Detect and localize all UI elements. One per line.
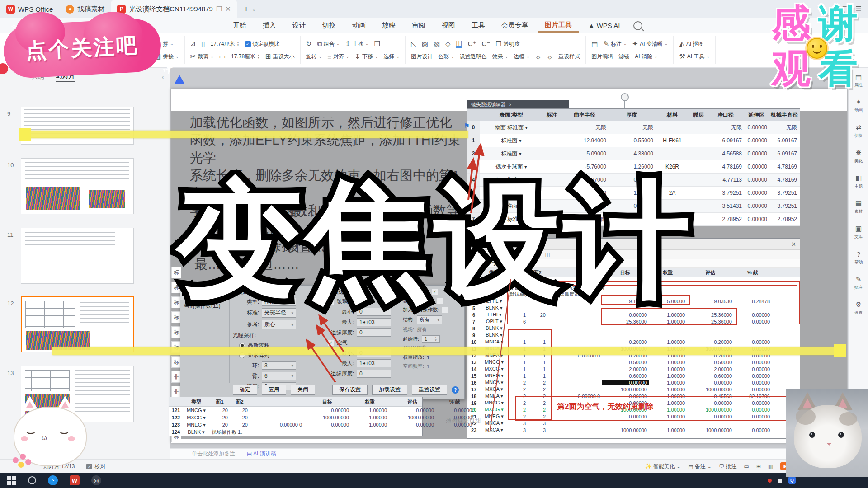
- sidebar-item-动画[interactable]: ✦动画: [849, 93, 868, 118]
- glass-checkbox[interactable]: ✓: [328, 299, 334, 305]
- air-edge-input[interactable]: 0: [357, 370, 391, 378]
- operand-type[interactable]: MXCA ▾: [481, 427, 508, 433]
- chevron-down-icon[interactable]: ⌄: [654, 54, 658, 59]
- field-select[interactable]: 所有: [417, 326, 427, 333]
- operand-type[interactable]: MNCA ▾: [481, 339, 508, 345]
- sidebar-item-帮助[interactable]: ?帮助: [849, 245, 868, 270]
- lens-table-row[interactable]: 3偶次非球面 ▾-5.760001.26000K26R4.781690.0000…: [467, 160, 800, 174]
- merit-title-bar[interactable]: 评价函数编辑器 ✕: [467, 239, 800, 250]
- mini-merit-row[interactable]: 123MNEG ▾20200.00000 00.000001.000000.00…: [169, 421, 422, 428]
- ribbon-tab-动画[interactable]: 动画: [345, 19, 373, 32]
- glass-max-input[interactable]: 1e+03: [357, 318, 391, 326]
- chevron-down-icon[interactable]: ⌄: [623, 42, 627, 46]
- ribbon-tab-设计[interactable]: 设计: [285, 19, 313, 32]
- operand-type[interactable]: BLNK ▾: [183, 429, 210, 435]
- toolbar-item-设置透明色[interactable]: 设置透明色: [460, 53, 487, 61]
- chevron-down-icon[interactable]: ⌄: [319, 54, 322, 59]
- criterion-select[interactable]: 光斑半径▾: [262, 308, 296, 318]
- toolbar-item-AI 抠图[interactable]: ◭AI 抠图: [679, 40, 703, 48]
- sidebar-item-切换[interactable]: ⇄切换: [849, 118, 868, 144]
- operand-type[interactable]: MXCG ▾: [481, 407, 508, 413]
- toolbar-item-图片编辑[interactable]: 图片编辑: [591, 53, 613, 61]
- mini-merit-row[interactable]: 122MXCG ▾20201000.000001.000001000.00000…: [169, 414, 422, 421]
- sidebar-item-批注[interactable]: ✎批注: [849, 270, 868, 296]
- help-icon[interactable]: ?: [452, 386, 459, 394]
- toolbar-item-17.74厘米[interactable]: 17.74厘米▲▼: [211, 40, 240, 48]
- ribbon-tab-开始[interactable]: 开始: [226, 19, 254, 32]
- air-max-input[interactable]: 1e+03: [357, 359, 391, 367]
- operand-type[interactable]: MNEA ▾: [481, 393, 508, 399]
- chevron-down-icon[interactable]: ⌄: [375, 54, 378, 59]
- toolbar-item-裁剪[interactable]: ✂裁剪⌄: [190, 52, 214, 61]
- toolbar-item-重设样式[interactable]: 重设样式: [558, 53, 580, 61]
- sidebar-item-文库[interactable]: ▣文库: [849, 220, 868, 245]
- lens-table-row[interactable]: 4偶次非球面 ▾-6.370000.100004.771130.000004.7…: [467, 174, 800, 187]
- toolbar-item-选择[interactable]: 选择⌄: [384, 53, 400, 61]
- toolbar-item-色彩[interactable]: 色彩⌄: [438, 53, 454, 61]
- slide-thumbnail-9[interactable]: [21, 107, 134, 145]
- chevron-down-icon[interactable]: ⌄: [396, 54, 400, 59]
- toolbar-item-透明度[interactable]: ☐透明度: [495, 40, 519, 48]
- toolbar-item-▧[interactable]: ▧: [434, 40, 440, 48]
- operand-type[interactable]: MNCA ▾: [481, 380, 508, 385]
- ribbon-tab-插入[interactable]: 插入: [255, 19, 283, 32]
- ring-select[interactable]: 3▾: [262, 361, 296, 370]
- toolbar-item-◇[interactable]: ◇: [445, 40, 451, 48]
- start-row-stepper[interactable]: 1▲▼: [422, 335, 440, 343]
- toolbar-item-↻[interactable]: ↻: [306, 40, 312, 48]
- operand-type[interactable]: MNCG ▾: [481, 359, 508, 365]
- toolbar-item-图片设计[interactable]: 图片设计: [411, 53, 433, 61]
- ai-speech-button[interactable]: ▤ AI 演讲稿: [247, 450, 276, 458]
- toolbar-item-AI 工具[interactable]: ⚒AI 工具⌄: [679, 52, 710, 61]
- operand-type[interactable]: MNEG ▾: [183, 422, 210, 428]
- toolbar-item-锁定纵横比[interactable]: ✓锁定纵横比: [245, 40, 280, 48]
- arm-select[interactable]: 6▾: [262, 372, 296, 380]
- tab-list-chevron-icon[interactable]: ⌄: [252, 6, 256, 12]
- spinner-icon[interactable]: ▲▼: [257, 54, 260, 59]
- view-sorter-icon[interactable]: ⊞: [756, 463, 761, 469]
- mini-merit-row[interactable]: 121MNCG ▾20200.000001.000000.000000.0000…: [169, 407, 422, 414]
- chevron-down-icon[interactable]: ⌄: [505, 54, 509, 59]
- operand-type[interactable]: BLNK ▾: [481, 305, 508, 311]
- rotate-handle[interactable]: [621, 93, 629, 101]
- chevron-down-icon[interactable]: ⌄: [170, 42, 174, 46]
- view-reading-icon[interactable]: ▥: [768, 463, 773, 469]
- lens-table-row[interactable]: 0物面 标准面 ▾无限无限无限0.00000无限: [467, 121, 800, 134]
- ribbon-tab-审阅[interactable]: 审阅: [405, 19, 433, 32]
- chevron-down-icon[interactable]: ⌄: [346, 54, 349, 59]
- operand-type[interactable]: BLNK ▾: [481, 285, 508, 291]
- chevron-down-icon[interactable]: ⌄: [451, 54, 454, 59]
- load-settings-button[interactable]: 加载设置: [372, 385, 407, 395]
- operand-type[interactable]: MXCG ▾: [481, 366, 508, 372]
- operand-type[interactable]: OPLT ▾: [481, 319, 508, 324]
- operand-type[interactable]: MNCG ▾: [183, 408, 210, 413]
- lens-table-row[interactable]: 7光阑 标准面 ▾无限1.740002.789520.000002.78952: [467, 213, 800, 226]
- sidebar-item-美化[interactable]: ❋美化: [849, 144, 868, 169]
- operand-type[interactable]: MNEG ▾: [481, 413, 508, 419]
- nav-item-wizard[interactable]: 优化向导: [180, 289, 229, 300]
- operand-type[interactable]: MNCA ▾: [481, 420, 508, 426]
- toolbar-item-AI 消除[interactable]: AI 消除⌄: [635, 53, 657, 61]
- toolbar-item-◫[interactable]: ◫: [456, 40, 462, 48]
- reference-select[interactable]: 质心▾: [262, 320, 296, 329]
- ribbon-tab-WPS AI[interactable]: ▲ WPS AI: [581, 20, 627, 31]
- chevron-down-icon[interactable]: ⌄: [665, 42, 668, 46]
- operand-type[interactable]: MNCG ▾: [481, 400, 508, 406]
- common-ops-checkbox[interactable]: [442, 307, 448, 313]
- spatial-freq-input[interactable]: 1: [427, 364, 429, 369]
- new-tab-button[interactable]: + ⌄: [237, 0, 262, 18]
- weight-scale-input[interactable]: 1: [427, 355, 429, 360]
- type-select[interactable]: RMS▾: [262, 298, 296, 306]
- lens-table-row[interactable]: 1标准面 ▾12.940000.55000H-FK616.091670.0000…: [467, 134, 800, 147]
- ribbon-tab-切换[interactable]: 切换: [315, 19, 343, 32]
- tray-record-icon[interactable]: [768, 479, 772, 483]
- apply-button[interactable]: 应用: [262, 385, 286, 395]
- view-normal-icon[interactable]: ▭: [744, 463, 749, 469]
- toolbar-item-C⁺[interactable]: C⁺: [468, 40, 476, 48]
- lens-table-row[interactable]: 2标准面 ▾5.090004.380004.565880.000006.0916…: [467, 147, 800, 160]
- slide-thumbnail-10[interactable]: [21, 158, 134, 214]
- toolbar-item-⊿[interactable]: ⊿: [190, 40, 196, 48]
- ignore-color-checkbox[interactable]: [437, 298, 443, 304]
- search-icon[interactable]: [633, 21, 642, 30]
- operand-type[interactable]: EFFL ▾: [481, 298, 508, 304]
